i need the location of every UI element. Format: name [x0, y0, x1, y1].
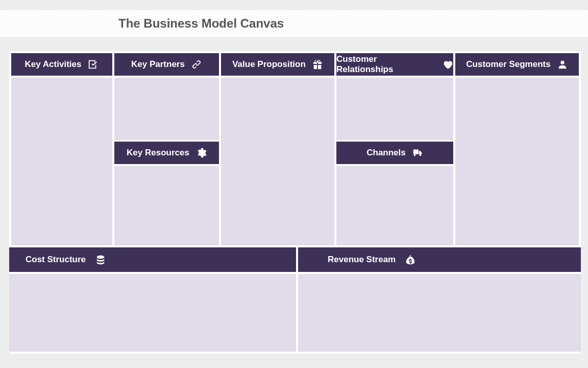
label-value-proposition: Value Proposition [232, 59, 306, 70]
label-customer-segments: Customer Segments [466, 59, 550, 70]
header-key-activities: Key Activities [11, 53, 112, 76]
header-key-resources: Key Resources [114, 142, 219, 164]
header-customer-segments: Customer Segments [455, 53, 579, 76]
checkbox-icon [87, 59, 99, 70]
truck-icon [412, 147, 423, 158]
title-bar: The Business Model Canvas [0, 9, 588, 38]
header-key-partners: Key Partners [114, 53, 219, 76]
label-key-partners: Key Partners [131, 59, 185, 70]
label-cost-structure: Cost Structure [26, 255, 86, 265]
body-cost-structure[interactable] [9, 274, 296, 352]
top-strip [0, 0, 588, 9]
page-title: The Business Model Canvas [118, 16, 284, 31]
header-customer-relationships: Customer Relationships [336, 53, 453, 76]
body-revenue-stream[interactable] [298, 274, 581, 352]
header-cost-structure: Cost Structure [9, 247, 296, 272]
gear-icon [195, 147, 207, 158]
body-key-partners[interactable] [114, 78, 219, 140]
header-revenue-stream: Revenue Stream [298, 247, 581, 272]
body-key-resources[interactable] [114, 166, 219, 245]
moneybag-icon [405, 254, 416, 265]
header-channels: Channels [336, 142, 453, 164]
gift-icon [312, 59, 323, 70]
body-key-activities[interactable] [11, 78, 112, 245]
header-value-proposition: Value Proposition [221, 53, 334, 76]
link-icon [191, 59, 202, 70]
body-customer-relationships[interactable] [336, 78, 453, 140]
body-channels[interactable] [336, 166, 453, 245]
person-icon [557, 59, 568, 70]
body-customer-segments[interactable] [455, 78, 579, 245]
coins-icon [95, 254, 106, 265]
label-key-activities: Key Activities [25, 59, 82, 70]
body-value-proposition[interactable] [221, 78, 334, 245]
canvas: Key Activities Key Partners Key Resource… [9, 51, 581, 354]
label-key-resources: Key Resources [127, 148, 189, 158]
label-channels: Channels [366, 148, 406, 158]
label-revenue-stream: Revenue Stream [328, 255, 396, 265]
heart-icon [442, 59, 453, 70]
label-customer-relationships: Customer Relationships [336, 54, 436, 75]
